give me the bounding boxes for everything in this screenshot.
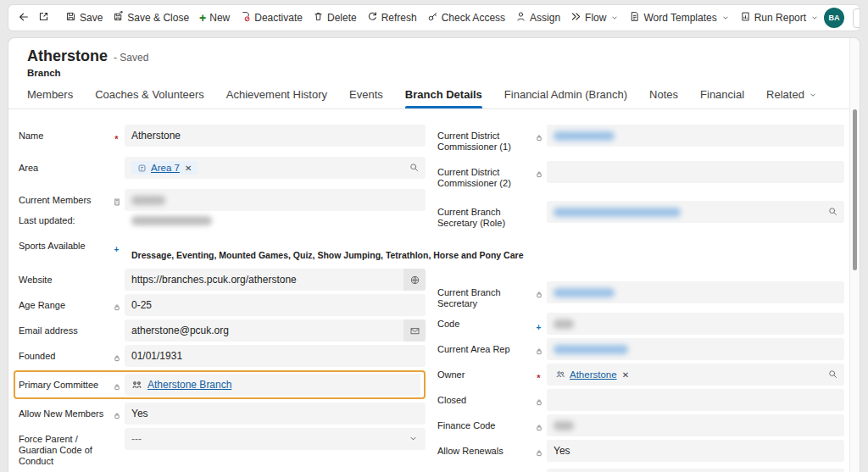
search-icon[interactable] [827,369,838,382]
save-button[interactable]: Save [60,7,108,29]
recommended-icon: + [537,319,542,332]
popout-icon [38,11,49,25]
field-label: Owner [437,364,531,380]
tab-financial-admin-branch[interactable]: Financial Admin (Branch) [504,88,627,108]
tab-notes[interactable]: Notes [649,88,678,108]
primary-committee-lookup[interactable]: Atherstone Branch [125,374,420,396]
name-input[interactable]: Atherstone [125,125,426,147]
field-current-branch-secretary-role: Current Branch Secretary (Role) [437,201,844,229]
cdc2-input[interactable] [547,161,844,183]
closed-input[interactable] [547,389,844,411]
current-members-input[interactable] [125,189,426,211]
popout-button[interactable] [34,7,53,29]
code-input[interactable] [547,313,844,335]
refresh-icon [367,11,378,25]
cdc1-input[interactable] [547,125,844,147]
vertical-scrollbar[interactable] [849,38,860,472]
tab-members[interactable]: Members [27,88,73,108]
dismiss-icon[interactable]: ✕ [185,164,192,173]
person-icon [515,11,526,25]
team-icon [555,369,565,380]
tab-events[interactable]: Events [349,88,383,108]
owner-lookup[interactable]: Atherstone ✕ [547,364,844,386]
refresh-label: Refresh [381,12,417,24]
search-icon[interactable] [409,162,420,175]
sports-available-input[interactable]: Dressage, Eventing, Mounted Games, Quiz,… [125,235,426,262]
allow-new-members-input[interactable]: Yes [125,403,426,425]
field-owner: Owner * Atherstone ✕ [437,364,844,386]
check-access-label: Check Access [442,12,505,24]
field-label: Current Area Rep [437,338,531,355]
new-button[interactable]: + New [194,7,235,29]
tab-related[interactable]: Related [766,88,817,108]
lock-icon [535,130,543,146]
check-access-button[interactable]: Check Access [422,7,510,29]
cbs-role-lookup[interactable] [547,201,844,223]
chevron-down-icon [809,91,817,99]
scrollbar-thumb[interactable] [853,109,857,270]
assign-button[interactable]: Assign [510,7,565,29]
lock-icon [113,300,121,315]
founded-input[interactable]: 01/01/1931 [125,345,426,367]
field-allow-new-members: Allow New Members Yes [19,403,426,425]
allow-renewals-input[interactable]: Yes [547,440,844,462]
sports-value: Dressage, Eventing, Mounted Games, Quiz,… [131,250,523,260]
redacted-value [131,216,212,225]
mail-icon[interactable] [403,319,426,342]
delete-button[interactable]: Delete [308,7,362,29]
word-templates-label: Word Templates [643,12,716,24]
field-primary-committee: Primary Committee Atherstone Branch [19,374,420,396]
word-templates-button[interactable]: Word Templates [624,7,734,29]
field-label: Founded [19,345,108,362]
command-bar: Save Save & Close + New Deactivate Delet… [8,4,860,31]
redacted-value [554,319,574,329]
save-label: Save [80,12,103,24]
tab-achievement-history[interactable]: Achievement History [226,88,327,108]
current-area-rep-input[interactable] [547,338,844,360]
age-range-input[interactable]: 0-25 [125,294,426,316]
required-asterisk: * [537,369,540,383]
cbs-input[interactable] [547,281,844,303]
field-current-area-rep: Current Area Rep [437,338,844,360]
save-and-close-button[interactable]: Save & Close [108,7,194,29]
email-input[interactable]: atherstone@pcuk.org [125,319,426,342]
share-button[interactable]: Share [853,8,860,28]
field-label: Sports Available [19,235,108,252]
field-last-updated: Last updated: [19,213,426,228]
field-label: Primary Committee [19,374,108,391]
redacted-value [554,421,574,430]
deactivate-button[interactable]: Deactivate [235,7,308,29]
tab-branch-details[interactable]: Branch Details [405,88,482,108]
area-tag[interactable]: Area 7 ✕ [131,161,198,175]
force-member-coc-dropdown[interactable]: --- [547,469,844,472]
field-founded: Founded 01/01/1931 [19,345,426,367]
area-tag-link[interactable]: Area 7 [151,163,180,173]
tab-coaches-volunteers[interactable]: Coaches & Volunteers [95,88,204,108]
globe-icon[interactable] [403,269,426,291]
dismiss-icon[interactable]: ✕ [622,370,629,380]
back-button[interactable] [14,7,34,29]
area-lookup[interactable]: Area 7 ✕ [125,157,426,179]
user-avatar[interactable]: BA [824,8,844,28]
finance-code-input[interactable] [547,414,844,436]
website-input[interactable]: https://branches.pcuk.org/atherstone [125,269,426,291]
owner-tag-link[interactable]: Atherstone [570,369,617,380]
run-report-label: Run Report [754,12,806,24]
owner-tag[interactable]: Atherstone ✕ [554,368,635,381]
primary-committee-highlight: Primary Committee Atherstone Branch [14,370,426,399]
lock-icon [535,167,543,182]
flow-button[interactable]: Flow [565,7,624,29]
field-force-parent-code-of-conduct: Force Parent / Guardian Code of Conduct … [19,428,426,467]
lock-icon [535,446,543,461]
redacted-value [554,345,628,354]
run-report-button[interactable]: Run Report [735,7,824,29]
field-finance-code: Finance Code [437,414,844,436]
record-card: Atherstone - Saved Branch Members Coache… [8,37,860,472]
tab-financial[interactable]: Financial [700,88,744,108]
field-label: Current District Commissioner (2) [437,161,531,189]
primary-committee-link[interactable]: Atherstone Branch [147,379,231,391]
lock-icon [535,287,543,303]
refresh-button[interactable]: Refresh [362,7,422,29]
force-parent-coc-dropdown[interactable]: --- [125,428,426,450]
search-icon[interactable] [827,206,838,219]
